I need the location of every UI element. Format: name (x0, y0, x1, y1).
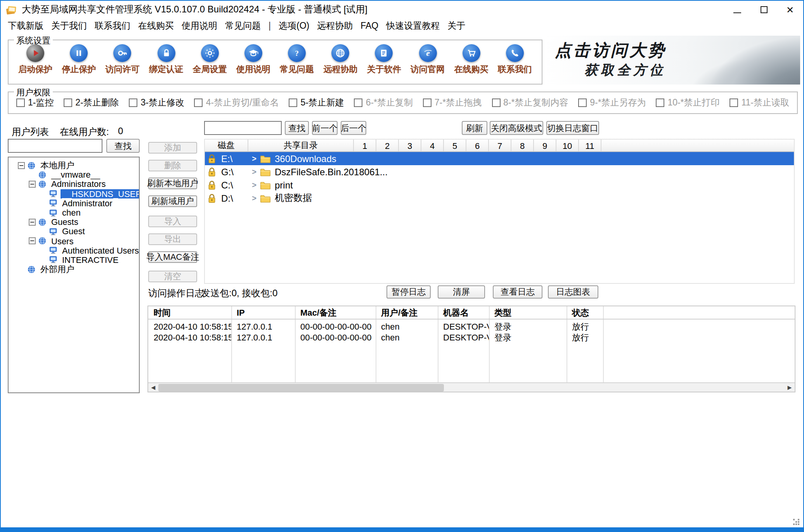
user-group-icon (38, 180, 49, 188)
horizontal-scrollbar[interactable]: ◀ ▶ (148, 382, 795, 392)
user-tree[interactable]: 本地用户__vmware__Administrators__HSKDDNS_US… (8, 157, 140, 393)
share-find-button[interactable]: 查找 (285, 121, 309, 135)
share-row-0[interactable]: E:\>360Downloads (205, 152, 794, 165)
close-button[interactable]: ✕ (777, 1, 803, 19)
tree-item-authenticated-users[interactable]: Authenticated Users (9, 245, 139, 255)
share-row-1[interactable]: G:\>DszFileSafe.Bin.2018061... (205, 165, 794, 178)
share-header-col-3[interactable]: 3 (399, 140, 421, 151)
log-header-6[interactable]: 状态 (567, 307, 603, 318)
menu-item-0[interactable]: 下载新版 (4, 20, 47, 31)
share-row-3[interactable]: D:\>机密数据 (205, 192, 794, 205)
tree-item-guests[interactable]: Guests (9, 217, 139, 226)
user-search-input[interactable] (8, 139, 102, 153)
tree-item-administrators[interactable]: Administrators (9, 180, 139, 189)
toolbar-pause-button[interactable]: 停止保护 (58, 44, 99, 82)
menu-separator: | (265, 21, 275, 30)
share-header-col-2[interactable]: 2 (376, 140, 399, 151)
toolbar-question-button[interactable]: ?常见问题 (276, 44, 317, 82)
share-header-col-4[interactable]: 4 (421, 140, 444, 151)
log-header-1[interactable]: IP (231, 308, 295, 317)
tree-item-hskddns-user[interactable]: __HSKDDNS_USER__ (9, 189, 139, 198)
resize-grip[interactable] (793, 519, 800, 526)
log-header-5[interactable]: 类型 (489, 307, 567, 318)
tree-label: Administrator (61, 199, 114, 208)
permission-checkbox-2[interactable]: 2-禁止删除 (64, 97, 119, 109)
clear-screen-button[interactable]: 清屏 (438, 285, 485, 299)
refresh-button[interactable]: 刷新 (462, 121, 487, 135)
tree-item-administrator[interactable]: Administrator (9, 199, 139, 208)
toolbar-lock-button[interactable]: 绑定认证 (146, 44, 187, 82)
share-header-col-7[interactable]: 7 (489, 140, 511, 151)
scroll-right-button[interactable]: ▶ (785, 383, 795, 392)
menu-item-7[interactable]: 选项(O) (275, 20, 313, 31)
toolbar-cap-button[interactable]: 使用说明 (233, 44, 274, 82)
tree-item-guest[interactable]: Guest (9, 227, 139, 236)
share-header-col-8[interactable]: 8 (511, 140, 534, 151)
share-header-col-6[interactable]: 6 (466, 140, 489, 151)
toolbar-phone-button[interactable]: 联系我们 (494, 44, 535, 82)
tree-item-chen[interactable]: chen (9, 208, 139, 217)
share-header-directory[interactable]: 共享目录 (248, 140, 354, 151)
expand-toggle-icon[interactable] (18, 162, 25, 169)
log-header-0[interactable]: 时间 (148, 307, 231, 318)
menu-item-2[interactable]: 联系我们 (91, 20, 134, 31)
pause-log-button[interactable]: 暂停日志 (386, 285, 431, 299)
menu-item-10[interactable]: 快速设置教程 (382, 20, 444, 31)
log-header-2[interactable]: Mac/备注 (295, 307, 376, 318)
log-header-3[interactable]: 用户/备注 (376, 307, 438, 318)
expand-toggle-icon[interactable] (29, 237, 36, 244)
tree-item-node-11[interactable]: 外部用户 (9, 264, 139, 274)
permission-checkbox-10: 10-*禁止打印 (656, 97, 719, 109)
toggle-log-window-button[interactable]: 切换日志窗口 (546, 121, 599, 135)
tree-item-users[interactable]: Users (9, 236, 139, 245)
maximize-button[interactable] (750, 1, 777, 19)
user-find-button[interactable]: 查找 (106, 139, 140, 153)
log-header-4[interactable]: 机器名 (438, 307, 489, 318)
log-row-0[interactable]: 2020-04-10 10:58:15127.0.0.100-00-00-00-… (148, 321, 795, 332)
toolbar-doc-button[interactable]: 关于软件 (364, 44, 405, 82)
menu-item-3[interactable]: 在线购买 (134, 20, 178, 31)
toolbar-browser-button[interactable]: e访问官网 (407, 44, 448, 82)
scroll-left-button[interactable]: ◀ (148, 383, 158, 392)
log-chart-button[interactable]: 日志图表 (548, 285, 598, 299)
permission-checkbox-5[interactable]: 5-禁止新建 (289, 97, 344, 109)
toolbar-key-button[interactable]: 访问许可 (102, 44, 143, 82)
next-button[interactable]: 后一个 (341, 121, 366, 135)
tree-item-node-0[interactable]: 本地用户 (9, 161, 139, 170)
log-row-1[interactable]: 2020-04-10 10:58:15127.0.0.100-00-00-00-… (148, 332, 795, 343)
menu-item-11[interactable]: 关于 (444, 20, 469, 31)
menu-item-1[interactable]: 关于我们 (47, 20, 91, 31)
minimize-button[interactable] (724, 1, 750, 19)
view-log-button[interactable]: 查看日志 (493, 285, 542, 299)
promo-banner[interactable]: 点击访问大势 获取全方位 (544, 36, 800, 85)
tree-item-vmware[interactable]: __vmware__ (9, 170, 139, 179)
menu-item-5[interactable]: 常见问题 (221, 20, 265, 31)
permission-checkbox-3[interactable]: 3-禁止修改 (129, 97, 184, 109)
toolbar-globe-button[interactable]: 远程协助 (320, 44, 361, 82)
close-advanced-mode-button[interactable]: 关闭高级模式 (490, 121, 543, 135)
toolbar-gear-button[interactable]: 全局设置 (189, 44, 230, 82)
refresh-domain-users-button[interactable]: 刷新域用户 (148, 195, 197, 207)
refresh-local-users-button[interactable]: 刷新本地用户 (148, 178, 197, 189)
share-header-col-1[interactable]: 1 (354, 140, 376, 151)
share-header-col-10[interactable]: 10 (556, 140, 579, 151)
share-header-filler (601, 140, 794, 151)
share-search-input[interactable] (204, 121, 282, 135)
share-header-disk[interactable]: 磁盘 (205, 140, 248, 151)
import-mac-notes-button[interactable]: 导入MAC备注 (148, 251, 197, 263)
menu-item-9[interactable]: FAQ (357, 21, 382, 30)
toolbar-play-button[interactable]: 启动保护 (15, 44, 56, 82)
share-header-col-11[interactable]: 11 (579, 140, 601, 151)
share-header-col-5[interactable]: 5 (444, 140, 466, 151)
share-header-col-9[interactable]: 9 (534, 140, 556, 151)
share-row-2[interactable]: C:\>print (205, 178, 794, 192)
toolbar-cart-button[interactable]: 在线购买 (451, 44, 492, 82)
expand-toggle-icon[interactable] (29, 218, 36, 225)
titlebar[interactable]: 大势至局域网共享文件管理系统 V15.0.107.0 Build202424 -… (1, 1, 803, 19)
menu-item-8[interactable]: 远程协助 (313, 20, 357, 31)
previous-button[interactable]: 前一个 (312, 121, 338, 135)
scrollbar-thumb[interactable] (158, 384, 444, 392)
permission-checkbox-1[interactable]: 1-监控 (16, 97, 54, 109)
menu-item-4[interactable]: 使用说明 (178, 20, 221, 31)
expand-toggle-icon[interactable] (29, 181, 36, 188)
